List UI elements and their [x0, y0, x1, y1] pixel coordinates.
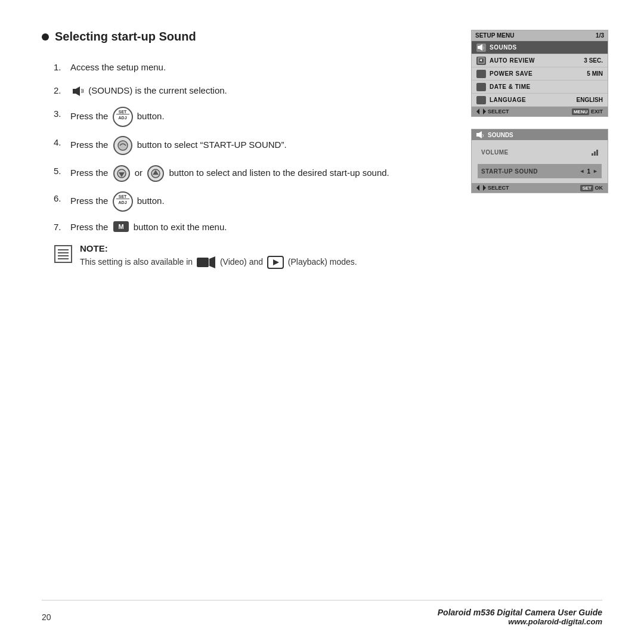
svg-marker-41 — [476, 185, 479, 191]
svg-point-27 — [479, 72, 484, 76]
screen1-row-datetime: DATE & TIME — [472, 80, 608, 94]
step-6-content: Press the SET ADJ button. — [70, 191, 411, 212]
startupsound-label: START-UP SOUND — [481, 168, 538, 175]
step-5: 5. Press the or — [54, 164, 411, 183]
language-row-icon — [476, 96, 486, 104]
svg-text:M: M — [118, 223, 123, 230]
page: Selecting start-up Sound 1. Access the s… — [0, 0, 644, 644]
set-adj-button-icon: SET ADJ — [113, 107, 133, 127]
screen2-title-text: SOUNDS — [488, 132, 513, 138]
language-row-label: LANGUAGE — [490, 97, 573, 103]
svg-rect-18 — [197, 258, 209, 267]
playback-mode-icon — [267, 256, 284, 269]
step-6: 6. Press the SET ADJ button. — [54, 191, 411, 212]
screen2-set-label: SET — [580, 185, 593, 191]
svg-marker-23 — [479, 44, 482, 51]
svg-point-4 — [118, 141, 128, 150]
screen1-row-sounds: ) SOUNDS — [472, 41, 608, 54]
step-5-num: 5. — [54, 164, 70, 178]
screen1-row-autoreview: AUTO REVIEW 3 SEC. — [472, 54, 608, 67]
video-mode-icon — [197, 256, 216, 269]
right-arrow-icon: ► — [593, 168, 598, 174]
step-7-num: 7. — [54, 220, 70, 234]
screen2-footer-select-label: SELECT — [488, 185, 509, 191]
screen1-footer-select-label: SELECT — [488, 109, 509, 114]
autoreview-row-value: 3 SEC. — [584, 57, 603, 64]
step-4: 4. Press the button to select “START-UP … — [54, 135, 411, 156]
brand-url: www.polaroid-digital.com — [438, 617, 602, 626]
startupsound-number: 1 — [587, 168, 591, 175]
bullet-icon — [42, 33, 49, 41]
note-content: NOTE: This setting is also available in … — [80, 243, 357, 269]
footer-page-number: 20 — [42, 612, 51, 622]
set-adj-button-icon-2: SET ADJ — [113, 191, 133, 212]
step-2: 2. )) (SOUNDS) is the current selection. — [54, 83, 411, 98]
svg-rect-38 — [476, 133, 479, 137]
screen2-title: ) SOUNDS — [472, 129, 608, 140]
svg-marker-36 — [476, 109, 479, 114]
svg-marker-21 — [273, 259, 279, 265]
volume-value — [592, 148, 598, 156]
datetime-row-label: DATE & TIME — [490, 83, 603, 90]
screen1-footer-left: SELECT — [476, 109, 509, 114]
step-2-content: )) (SOUNDS) is the current selection. — [70, 83, 411, 98]
page-footer: 20 Polaroid m536 Digital Camera User Gui… — [42, 600, 602, 626]
step-1-num: 1. — [54, 60, 70, 75]
svg-text:): ) — [482, 134, 484, 137]
note-section: NOTE: This setting is also available in … — [54, 243, 411, 269]
sounds-row-label: SOUNDS — [490, 44, 603, 51]
step-6-num: 6. — [54, 191, 70, 206]
screen1-footer: SELECT MENU EXIT — [472, 107, 608, 116]
screen2: ) SOUNDS VOLUME — [471, 129, 608, 193]
step-3-num: 3. — [54, 107, 70, 121]
down-button-icon — [113, 164, 131, 183]
scroll-wheel-icon — [113, 135, 133, 156]
powersave-row-value: 5 MIN — [587, 70, 603, 77]
step-4-content: Press the button to select “START-UP SOU… — [70, 135, 411, 156]
note-text: This setting is also available in (Video… — [80, 256, 357, 269]
powersave-row-label: POWER SAVE — [490, 70, 583, 77]
screen2-footer-right: SET OK — [580, 185, 603, 191]
volume-bars-icon — [592, 148, 598, 156]
step-1-content: Access the setup menu. — [70, 60, 411, 75]
datetime-row-icon — [476, 83, 486, 91]
step-7-content: Press the M button to exit the menu. — [70, 220, 411, 235]
svg-marker-39 — [479, 131, 482, 138]
startupsound-value: ◄ 1 ► — [580, 168, 598, 175]
screen1-header-left: SETUP MENU — [475, 32, 514, 39]
screen1-row-language: LANGUAGE ENGLISH — [472, 94, 608, 107]
language-row-value: ENGLISH — [577, 97, 603, 103]
screen2-footer-left: SELECT — [476, 185, 509, 191]
svg-marker-1 — [76, 86, 80, 96]
screen1-header: SETUP MENU 1/3 — [472, 30, 608, 41]
left-arrow-icon: ◄ — [580, 168, 585, 174]
screen2-body: VOLUME START-UP SOUND — [472, 140, 608, 183]
screen1-exit-label: EXIT — [591, 109, 603, 114]
svg-text:): ) — [483, 46, 484, 49]
screen1-row-powersave: POWER SAVE 5 MIN — [472, 67, 608, 80]
left-content: Selecting start-up Sound 1. Access the s… — [42, 30, 411, 269]
screen2-row-volume: VOLUME — [478, 145, 602, 159]
autoreview-row-label: AUTO REVIEW — [490, 57, 580, 64]
m-button-icon: M — [113, 221, 129, 235]
step-7: 7. Press the M button to exit the menu. — [54, 220, 411, 235]
sounds-inline-icon: )) — [72, 86, 84, 97]
main-content: Selecting start-up Sound 1. Access the s… — [42, 30, 602, 269]
screen2-ok-label: OK — [595, 185, 603, 191]
svg-marker-19 — [209, 256, 215, 268]
step-3: 3. Press the SET ADJ button. — [54, 107, 411, 127]
svg-marker-26 — [479, 59, 482, 61]
steps-list: 1. Access the setup menu. 2. )) — [54, 60, 411, 235]
spacer — [478, 159, 602, 164]
note-title: NOTE: — [80, 243, 357, 253]
brand-title: Polaroid m536 Digital Camera User Guide — [438, 608, 602, 617]
screen2-row-startupsound: START-UP SOUND ◄ 1 ► — [478, 164, 602, 178]
svg-rect-0 — [73, 89, 76, 94]
up-button-icon — [147, 164, 165, 183]
note-icon — [54, 244, 73, 264]
section-title: Selecting start-up Sound — [42, 30, 411, 44]
step-5-content: Press the or — [70, 164, 411, 183]
screen1-footer-right: MENU EXIT — [572, 109, 603, 114]
svg-rect-13 — [55, 246, 72, 262]
svg-rect-22 — [478, 46, 479, 49]
